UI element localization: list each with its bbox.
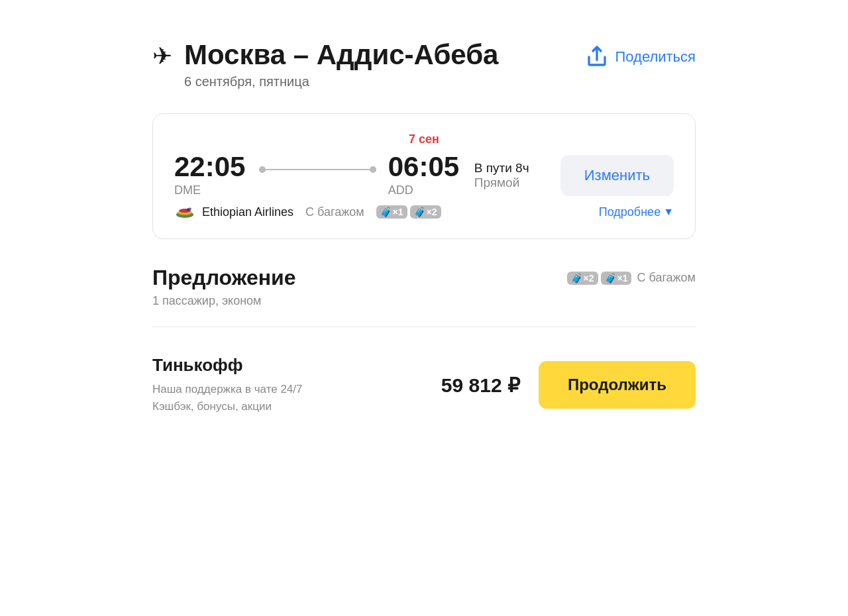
departure-airport: DME [174,183,247,197]
proposal-bag-1: 🧳 ×2 [567,272,598,285]
airline-logo [174,201,195,223]
tinkoff-support: Наша поддержка в чате 24/7 [152,381,303,398]
flight-title-text: Москва – Аддис-Абеба 6 сентября, пятница [184,40,498,89]
arrival-block: 06:05 ADD [388,153,461,197]
title-block: ✈ Москва – Аддис-Абеба 6 сентября, пятни… [152,40,498,89]
flight-line [247,166,388,173]
price-tag: 59 812 ₽ [441,374,520,397]
tinkoff-perks: Кэшбэк, бонусы, акции [152,398,303,415]
proposal-bag-2: 🧳 ×1 [601,272,632,285]
share-button[interactable]: Поделиться [585,45,696,69]
tinkoff-row: Тинькофф Наша поддержка в чате 24/7 Кэшб… [152,348,696,415]
baggage-label-card: С багажом [305,205,364,219]
bag-icon-1: 🧳 [380,207,392,217]
line-dot-right [370,166,376,173]
proposal-header: Предложение 1 пассажир, эконом 🧳 ×2 🧳 ×1… [152,266,696,308]
proposal-bag-icon-2: 🧳 [605,273,616,283]
proposal-bag-icon-1: 🧳 [571,273,582,283]
change-button[interactable]: Изменить [560,155,674,196]
arrival-time: 06:05 [388,153,461,181]
flight-date: 6 сентября, пятница [184,74,498,89]
details-label: Подробнее [599,205,661,219]
tinkoff-name: Тинькофф [152,355,303,376]
price-continue-block: 59 812 ₽ Продолжить [441,361,696,409]
bag-badge-2: 🧳 ×2 [410,205,441,219]
proposal-baggage-icons: 🧳 ×2 🧳 ×1 [567,272,632,285]
proposal-subtitle: 1 пассажир, эконом [152,294,296,308]
proposal-baggage: 🧳 ×2 🧳 ×1 С багажом [562,271,696,285]
proposal-baggage-label: С багажом [637,271,696,285]
departure-time: 22:05 [174,153,247,181]
arrival-airport: ADD [388,183,461,197]
proposal-section: Предложение 1 пассажир, эконом 🧳 ×2 🧳 ×1… [152,266,696,327]
airline-info: Ethiopian Airlines С багажом 🧳 ×1 🧳 ×2 [174,201,441,223]
proposal-title: Предложение [152,266,296,290]
flight-type: Прямой [474,176,560,190]
flight-info-block: В пути 8ч Прямой [474,161,560,190]
share-label: Поделиться [615,48,696,66]
flight-duration: В пути 8ч [474,161,560,176]
airline-name: Ethiopian Airlines [202,205,293,219]
line-dot-left [259,166,266,173]
tinkoff-info: Тинькофф Наша поддержка в чате 24/7 Кэшб… [152,355,303,415]
bag-badge-1: 🧳 ×1 [376,205,407,219]
details-button[interactable]: Подробнее ▼ [599,205,674,219]
baggage-icons-card: 🧳 ×1 🧳 ×2 [376,205,441,219]
plane-icon: ✈ [152,42,172,70]
flight-header: ✈ Москва – Аддис-Абеба 6 сентября, пятни… [152,40,696,89]
bag-icon-2: 🧳 [414,207,425,217]
ethiopian-airlines-logo [174,201,195,223]
share-icon [585,45,609,69]
proposal-text-block: Предложение 1 пассажир, эконом [152,266,296,308]
flight-bottom-row: Ethiopian Airlines С багажом 🧳 ×1 🧳 ×2 П… [174,201,674,223]
page-title: Москва – Аддис-Абеба [184,40,498,70]
line-segment [266,169,370,170]
flight-date-badge: 7 сен [174,132,674,146]
continue-button[interactable]: Продолжить [539,361,696,409]
chevron-down-icon: ▼ [663,206,674,218]
flight-card: 7 сен 22:05 DME 06:05 ADD [152,113,696,239]
departure-block: 22:05 DME [174,153,247,197]
